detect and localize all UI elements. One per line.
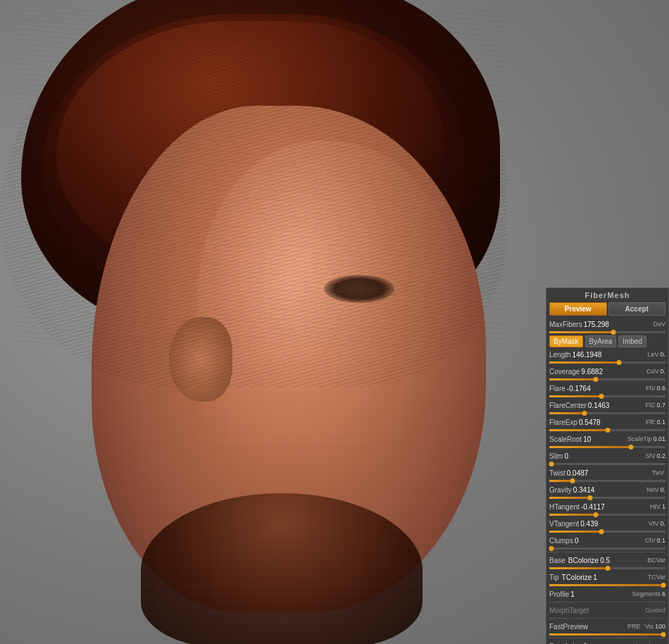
flareexp-slider[interactable] xyxy=(549,429,665,431)
clv-value: 0.1 xyxy=(656,537,665,544)
clumps-value: 0 xyxy=(575,537,579,545)
fle-value: 0.1 xyxy=(656,419,665,426)
tcolorize-value: 1 xyxy=(593,574,597,581)
coverage-slider[interactable] xyxy=(549,378,665,380)
clumps-slider[interactable] xyxy=(549,547,665,550)
twist-slider-fill xyxy=(549,480,573,482)
base-slider-fill xyxy=(549,567,608,569)
tcolorize-label: TColorize xyxy=(562,574,592,581)
byarea-button[interactable]: ByArea xyxy=(585,335,617,347)
flareexp-slider-fill xyxy=(549,429,608,431)
pre-label[interactable]: PRE xyxy=(627,623,641,630)
segments-value: 6 xyxy=(662,590,665,597)
twist-slider-handle xyxy=(570,478,575,483)
length-slider-fill xyxy=(549,361,619,364)
coverage-row: Coverage 9.6882 CoV 0. xyxy=(549,366,665,377)
head-illustration xyxy=(0,0,535,644)
flarecenter-row: FlareCenter 0.1463 FlC 0.7 xyxy=(549,400,665,411)
cov-value: 0. xyxy=(660,368,665,375)
htangent-slider-fill xyxy=(549,514,596,516)
maxfibers-slider-handle xyxy=(611,330,615,335)
fastpreview-row: FastPreview PRE Vis 100 xyxy=(549,621,665,632)
accept-button[interactable]: Accept xyxy=(608,302,666,316)
tip-slider-handle xyxy=(661,583,665,588)
fastpreview-slider-handle xyxy=(661,632,665,637)
flare-slider[interactable] xyxy=(549,395,665,397)
clumps-row: Clumps 0 ClV 0.1 xyxy=(549,535,665,546)
bymask-button[interactable]: ByMask xyxy=(549,335,583,347)
slim-slider[interactable] xyxy=(549,463,665,465)
flareexp-label: FlareExp xyxy=(549,419,577,426)
flarecenter-slider[interactable] xyxy=(549,412,665,414)
flare-slider-handle xyxy=(599,394,604,399)
gravity-slider-fill xyxy=(549,497,590,499)
clv-label: ClV xyxy=(645,537,656,544)
slim-label: Slim xyxy=(549,452,563,460)
htangent-value: -0.4117 xyxy=(581,503,605,511)
flarecenter-slider-handle xyxy=(582,411,587,416)
scale-row: ScaleRoot 10 ScaleTip 0.01 xyxy=(549,433,665,445)
scale-slider-fill xyxy=(549,446,631,448)
maxfibers-value: 175.298 xyxy=(584,321,609,328)
face-mesh-lines xyxy=(92,141,486,644)
fastpreview-slider[interactable] xyxy=(549,633,665,636)
fle-label: FlE xyxy=(646,419,656,426)
flareexp-slider-handle xyxy=(605,428,610,433)
gravity-value: 0.3414 xyxy=(573,486,595,494)
htangent-label: HTangent xyxy=(549,503,580,511)
vtangent-slider[interactable] xyxy=(549,531,665,533)
flare-value: -0.1764 xyxy=(567,385,591,392)
slv-label: SlV xyxy=(645,452,655,459)
fibermesh-panel: FiberMesh Preview Accept MaxFibers 175.2… xyxy=(546,287,669,644)
lev-label: LeV xyxy=(647,351,658,358)
coverage-slider-fill xyxy=(549,378,596,380)
imbed-button[interactable]: Imbed xyxy=(618,335,646,347)
gravity-slider[interactable] xyxy=(549,497,665,499)
flv-value: 0.6 xyxy=(656,385,665,392)
scale-slider[interactable] xyxy=(549,446,665,448)
nov-value: 0. xyxy=(660,486,665,493)
vtangent-value: 0.439 xyxy=(580,520,598,528)
panel-title: FiberMesh xyxy=(549,291,665,299)
morphtarget-row: MorphTarget Guided xyxy=(549,605,665,616)
vtangent-label: VTangent xyxy=(549,520,579,528)
vis-label: Vis xyxy=(645,623,654,630)
divider-3 xyxy=(549,618,665,619)
vtv-label: VtV xyxy=(649,520,659,527)
twist-slider[interactable] xyxy=(549,480,665,482)
maxfibers-row: MaxFibers 175.298 DeV xyxy=(549,318,665,330)
htv-label: HtV xyxy=(650,503,661,510)
scaletip-label: ScaleTip xyxy=(627,435,652,442)
flare-slider-fill xyxy=(549,395,601,397)
length-value: 146.1948 xyxy=(573,351,602,359)
nov-label: NoV xyxy=(646,486,659,493)
tip-slider[interactable] xyxy=(549,584,665,586)
length-slider[interactable] xyxy=(549,361,665,364)
cov-label: CoV xyxy=(646,368,659,375)
tcvar-label: TCVar xyxy=(648,574,665,581)
divider-1 xyxy=(549,552,665,552)
length-label: Length xyxy=(549,351,571,359)
dev-label[interactable]: DeV xyxy=(653,321,665,328)
segments-label: Segments xyxy=(632,590,661,597)
bcolorize-label: BColorize xyxy=(568,557,599,564)
preview-button[interactable]: Preview xyxy=(549,302,607,316)
flareexp-value: 0.5478 xyxy=(579,419,601,426)
vtangent-row: VTangent 0.439 VtV 0. xyxy=(549,518,665,529)
vis-value: 100 xyxy=(655,623,665,630)
vtangent-slider-fill xyxy=(549,531,601,533)
htangent-slider[interactable] xyxy=(549,514,665,516)
lev-value: 0. xyxy=(660,351,665,358)
flarecenter-value: 0.1463 xyxy=(588,402,610,409)
profile-value: 1 xyxy=(570,590,575,598)
slim-value: 0 xyxy=(564,452,568,460)
htv-value: 1 xyxy=(662,503,665,510)
vtangent-slider-handle xyxy=(599,529,604,534)
length-row: Length 146.1948 LeV 0. xyxy=(549,349,665,360)
twist-label: Twist xyxy=(549,469,565,477)
gravity-label: Gravity xyxy=(549,486,572,494)
base-slider[interactable] xyxy=(549,567,665,569)
maxfibers-slider[interactable] xyxy=(549,331,665,333)
coverage-slider-handle xyxy=(594,377,599,382)
twv-label: TwV xyxy=(651,469,664,476)
